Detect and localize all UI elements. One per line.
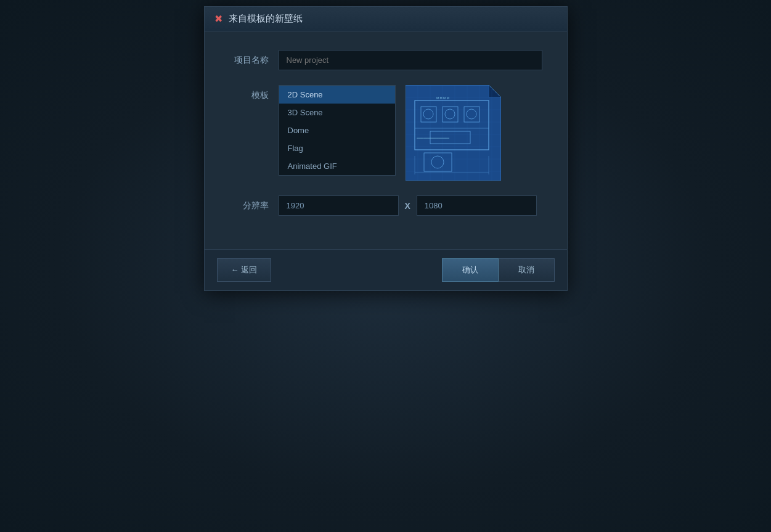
dialog-footer: ← 返回 确认 取消 <box>205 249 567 290</box>
svg-text:M M M M: M M M M <box>436 96 449 100</box>
project-name-label: 项目名称 <box>229 50 279 66</box>
project-name-row: 项目名称 <box>229 50 542 70</box>
template-section: 2D Scene 3D Scene Dome Flag Animated GIF <box>279 85 542 181</box>
svg-marker-1 <box>406 85 501 181</box>
dialog-body: 项目名称 模板 2D Scene 3D Scene Dome Flag An <box>205 31 567 249</box>
footer-right-buttons: 确认 取消 <box>442 258 555 282</box>
blueprint-svg: M M M M ═══════════════ <box>406 85 501 181</box>
resolution-height-input[interactable] <box>417 195 537 216</box>
template-item-3d-scene[interactable]: 3D Scene <box>279 104 395 121</box>
project-name-input[interactable] <box>279 50 542 70</box>
back-button[interactable]: ← 返回 <box>217 258 272 282</box>
resolution-row: 分辨率 X <box>229 195 542 216</box>
new-wallpaper-dialog: ✖ 来自模板的新壁纸 项目名称 模板 2D Scene 3D Scen <box>204 6 568 291</box>
dialog-header: ✖ 来自模板的新壁纸 <box>205 7 567 31</box>
template-item-dome[interactable]: Dome <box>279 121 395 139</box>
resolution-control: X <box>279 195 542 216</box>
dialog-wrapper: ✖ 来自模板的新壁纸 项目名称 模板 2D Scene 3D Scen <box>204 6 568 291</box>
resolution-separator: X <box>405 201 410 211</box>
template-row: 模板 2D Scene 3D Scene Dome Flag Animated … <box>229 85 542 181</box>
confirm-button[interactable]: 确认 <box>442 258 499 282</box>
resolution-inputs: X <box>279 195 542 216</box>
template-control: 2D Scene 3D Scene Dome Flag Animated GIF <box>279 85 542 181</box>
svg-text:═══════════════: ═══════════════ <box>416 136 450 140</box>
resolution-label: 分辨率 <box>229 195 279 211</box>
project-name-control <box>279 50 542 70</box>
dialog-icon: ✖ <box>214 13 222 25</box>
template-item-flag[interactable]: Flag <box>279 139 395 157</box>
template-item-2d-scene[interactable]: 2D Scene <box>279 86 395 104</box>
resolution-width-input[interactable] <box>279 195 399 216</box>
template-item-animated-gif[interactable]: Animated GIF <box>279 157 395 175</box>
template-preview: M M M M ═══════════════ <box>406 85 501 181</box>
dialog-title: 来自模板的新壁纸 <box>229 13 303 25</box>
template-list: 2D Scene 3D Scene Dome Flag Animated GIF <box>279 85 396 176</box>
template-label: 模板 <box>229 85 279 101</box>
cancel-button[interactable]: 取消 <box>499 258 555 282</box>
